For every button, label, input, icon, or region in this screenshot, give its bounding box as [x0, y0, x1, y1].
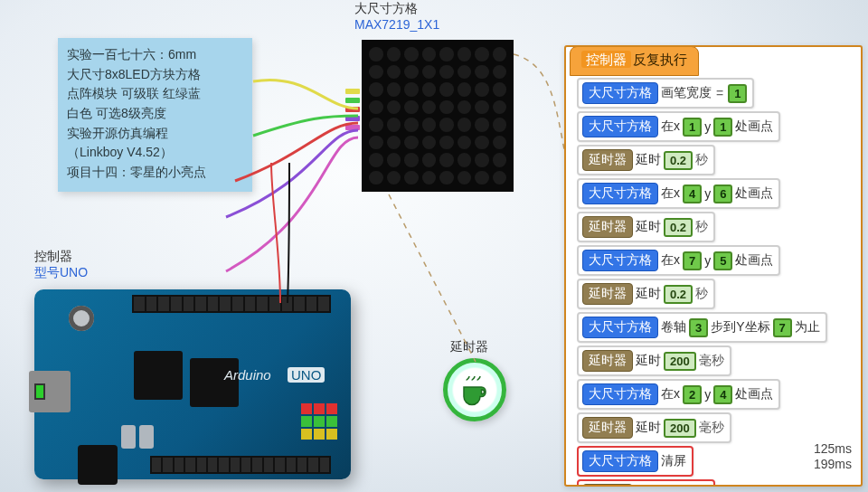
coffee-cup-icon [458, 374, 491, 406]
led-dot [458, 100, 472, 115]
led-dot [458, 171, 472, 185]
led-dot [404, 171, 419, 185]
led-dot [422, 47, 437, 62]
code-block[interactable]: 大尺寸方格在x1y1处画点 [577, 111, 780, 142]
usb-port-icon [29, 371, 71, 412]
code-block[interactable]: 大尺寸方格卷轴3步到Y坐标7为止 [577, 312, 827, 343]
led-dot [475, 136, 489, 150]
led-dot [493, 82, 507, 97]
value-slot[interactable]: 4 [713, 385, 732, 404]
value-slot[interactable]: 1 [683, 118, 702, 137]
value-slot[interactable]: 0.2 [664, 218, 693, 237]
unit-label: 毫秒 [699, 420, 724, 436]
led-dot [475, 153, 489, 167]
note-line: 项目十四：零星的小亮点 [67, 163, 243, 183]
led-dot [404, 82, 419, 97]
value-slot[interactable]: 200 [664, 419, 696, 438]
block-text: 延时 [636, 353, 661, 369]
value-slot[interactable]: 4 [683, 184, 702, 203]
led-dot [422, 82, 437, 97]
capacitor-icon [139, 425, 154, 449]
code-block[interactable]: 大尺寸方格在x7y5处画点 [577, 245, 780, 276]
unit-label: 毫秒 [699, 353, 724, 369]
power-jack-icon [78, 445, 118, 485]
hat-device: 控制器 [581, 51, 631, 68]
block-text: y [704, 253, 711, 268]
code-block[interactable]: 延时器延时0.2秒 [577, 279, 715, 309]
block-device-pill: 延时器 [582, 484, 633, 487]
block-text: 为止 [795, 319, 820, 336]
controller-title: 控制器 [34, 248, 88, 264]
value-slot[interactable]: 1 [728, 84, 747, 103]
block-text: 步到Y坐标 [711, 319, 769, 336]
code-block[interactable]: 大尺寸方格在x2y4处画点 [577, 379, 780, 410]
value-slot[interactable]: 0.2 [664, 151, 693, 170]
controller-model[interactable]: 型号UNO [34, 264, 88, 280]
code-block[interactable]: 延时器延时200毫秒 [577, 345, 731, 376]
code-block[interactable]: 大尺寸方格清屏 [577, 446, 693, 477]
led-dot [404, 47, 419, 62]
timer-device[interactable] [443, 358, 506, 421]
hat-event: 反复执行 [633, 52, 687, 67]
value-slot[interactable]: 5 [713, 251, 732, 270]
led-dot [439, 118, 454, 132]
code-block[interactable]: 大尺寸方格画笔宽度=1 [577, 78, 754, 109]
code-block[interactable]: 大尺寸方格在x4y6处画点 [577, 178, 780, 209]
block-device-pill: 大尺寸方格 [582, 383, 658, 405]
code-panel[interactable]: 控制器反复执行 大尺寸方格画笔宽度=1大尺寸方格在x1y1处画点延时器延时0.2… [564, 45, 863, 487]
block-device-pill: 延时器 [582, 216, 633, 238]
block-text: 处画点 [735, 252, 773, 269]
block-text: 延时 [636, 420, 661, 436]
led-dot [404, 65, 419, 80]
led-dot [475, 118, 489, 132]
value-slot[interactable]: 2 [683, 385, 702, 404]
pin-icon [345, 116, 360, 121]
note-card[interactable]: 实验一百七十六：6mm 大尺寸8x8LED方块方格 点阵模块 可级联 红绿蓝 白… [58, 38, 252, 192]
led-dot [369, 47, 383, 62]
value-slot[interactable]: 6 [713, 184, 732, 203]
led-dot [458, 65, 472, 80]
value-slot[interactable]: 0.2 [664, 285, 693, 304]
value-slot[interactable]: 200 [664, 352, 696, 371]
block-text: 处画点 [735, 118, 773, 135]
block-stack: 大尺寸方格画笔宽度=1大尺寸方格在x1y1处画点延时器延时0.2秒大尺寸方格在x… [577, 78, 855, 487]
led-dot [404, 100, 419, 115]
value-slot[interactable]: 3 [689, 318, 708, 337]
code-block[interactable]: 延时器延时0.2秒 [577, 212, 715, 242]
code-block[interactable]: 延时器延时0.2秒 [577, 479, 715, 487]
value-slot[interactable]: 0.2 [664, 486, 693, 487]
led-dot [493, 136, 507, 150]
led-dot [439, 82, 454, 97]
led-matrix[interactable] [362, 40, 514, 192]
led-dot [369, 153, 383, 167]
led-dot [422, 153, 437, 167]
block-device-pill: 大尺寸方格 [582, 116, 658, 137]
pin-header-bottom [150, 456, 331, 474]
led-dot [369, 136, 383, 150]
block-text: 卷轴 [661, 319, 686, 336]
led-dot [475, 171, 489, 185]
led-dot [439, 100, 454, 115]
code-block[interactable]: 延时器延时0.2秒 [577, 145, 715, 175]
code-block[interactable]: 延时器延时200毫秒 [577, 412, 731, 443]
led-dot [387, 82, 401, 97]
block-text: 在x [661, 118, 680, 135]
timing-readout: 125ms 199ms [814, 441, 852, 472]
note-line: 白色 可选8级亮度 [67, 104, 243, 124]
led-dot [475, 65, 489, 80]
arduino-board[interactable]: Arduino UNO [34, 289, 351, 479]
matrix-model[interactable]: MAX7219_1X1 [354, 16, 439, 33]
board-silk-brand: Arduino [224, 367, 271, 383]
value-slot[interactable]: 7 [773, 318, 792, 337]
led-dot [387, 118, 401, 132]
led-dot [439, 136, 454, 150]
led-dot [458, 153, 472, 167]
led-dot [439, 153, 454, 167]
value-slot[interactable]: 7 [683, 251, 702, 270]
led-dot [458, 136, 472, 150]
value-slot[interactable]: 1 [713, 118, 732, 137]
event-hat[interactable]: 控制器反复执行 [570, 46, 699, 76]
note-line: （Linkboy V4.52） [67, 143, 243, 163]
led-dot [475, 47, 489, 62]
chip-icon [190, 358, 239, 407]
